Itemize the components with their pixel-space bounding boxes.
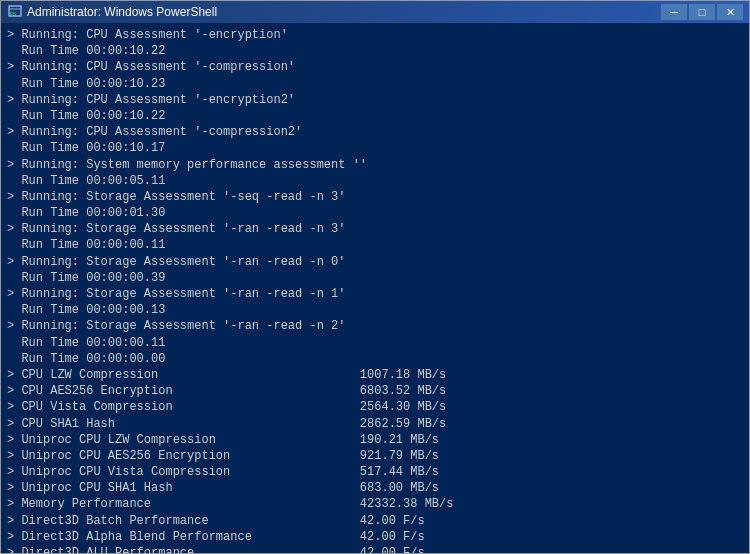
- console-line: > Running: Storage Assessment '-ran -rea…: [7, 318, 743, 334]
- console-line: > Uniproc CPU Vista Compression 517.44 M…: [7, 464, 743, 480]
- console-line: Run Time 00:00:00.11: [7, 335, 743, 351]
- svg-text:PS: PS: [10, 12, 16, 18]
- console-line: Run Time 00:00:01.30: [7, 205, 743, 221]
- console-output[interactable]: > Running: CPU Assessment '-encryption' …: [1, 23, 749, 553]
- window-icon: PS: [7, 4, 23, 20]
- console-line: > Running: CPU Assessment '-encryption2': [7, 92, 743, 108]
- console-line: > CPU LZW Compression 1007.18 MB/s: [7, 367, 743, 383]
- console-line: > Running: Storage Assessment '-ran -rea…: [7, 221, 743, 237]
- console-line: Run Time 00:00:00.39: [7, 270, 743, 286]
- console-line: > Uniproc CPU AES256 Encryption 921.79 M…: [7, 448, 743, 464]
- console-line: > Running: CPU Assessment '-compression': [7, 59, 743, 75]
- console-line: > Direct3D ALU Performance 42.00 F/s: [7, 545, 743, 553]
- console-line: > CPU AES256 Encryption 6803.52 MB/s: [7, 383, 743, 399]
- window: PS Administrator: Windows PowerShell ─ □…: [0, 0, 750, 554]
- minimize-button[interactable]: ─: [661, 4, 687, 20]
- console-line: Run Time 00:00:10.22: [7, 108, 743, 124]
- console-line: Run Time 00:00:00.00: [7, 351, 743, 367]
- console-line: > CPU SHA1 Hash 2862.59 MB/s: [7, 416, 743, 432]
- console-line: Run Time 00:00:10.17: [7, 140, 743, 156]
- title-bar: PS Administrator: Windows PowerShell ─ □…: [1, 1, 749, 23]
- console-line: > Running: Storage Assessment '-ran -rea…: [7, 286, 743, 302]
- console-line: Run Time 00:00:10.23: [7, 76, 743, 92]
- console-line: > Running: Storage Assessment '-ran -rea…: [7, 254, 743, 270]
- console-line: > Uniproc CPU LZW Compression 190.21 MB/…: [7, 432, 743, 448]
- console-line: > Direct3D Alpha Blend Performance 42.00…: [7, 529, 743, 545]
- console-line: > Memory Performance 42332.38 MB/s: [7, 496, 743, 512]
- console-line: > Direct3D Batch Performance 42.00 F/s: [7, 513, 743, 529]
- title-bar-buttons: ─ □ ✕: [661, 4, 743, 20]
- console-line: > Running: CPU Assessment '-encryption': [7, 27, 743, 43]
- maximize-button[interactable]: □: [689, 4, 715, 20]
- console-line: Run Time 00:00:10.22: [7, 43, 743, 59]
- close-button[interactable]: ✕: [717, 4, 743, 20]
- console-line: > CPU Vista Compression 2564.30 MB/s: [7, 399, 743, 415]
- console-line: Run Time 00:00:05.11: [7, 173, 743, 189]
- console-line: > Running: CPU Assessment '-compression2…: [7, 124, 743, 140]
- title-bar-text: Administrator: Windows PowerShell: [27, 5, 661, 19]
- console-line: > Running: Storage Assessment '-seq -rea…: [7, 189, 743, 205]
- console-line: > Uniproc CPU SHA1 Hash 683.00 MB/s: [7, 480, 743, 496]
- console-line: > Running: System memory performance ass…: [7, 157, 743, 173]
- console-line: Run Time 00:00:00.11: [7, 237, 743, 253]
- console-line: Run Time 00:00:00.13: [7, 302, 743, 318]
